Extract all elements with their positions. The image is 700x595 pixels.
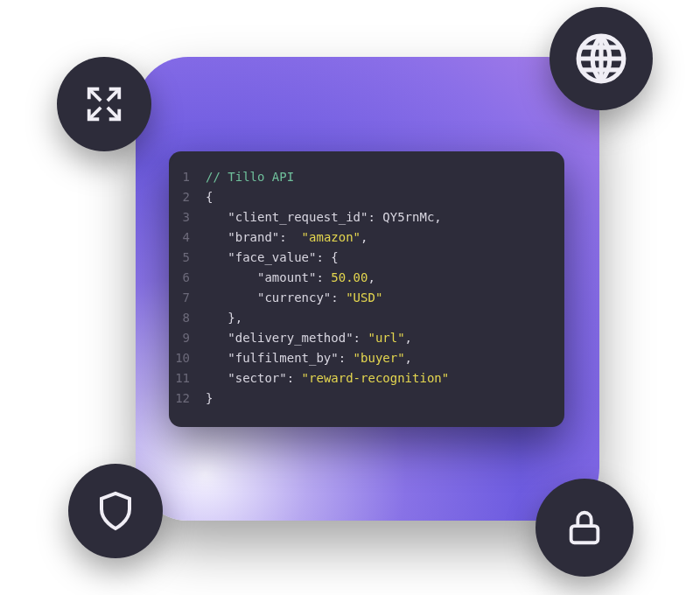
- code-content: "amount": 50.00,: [206, 268, 564, 288]
- globe-icon: [550, 7, 653, 110]
- svg-line-3: [89, 89, 101, 101]
- line-number: 8: [169, 308, 206, 328]
- code-content: "client_request_id": QY5rnMc,: [206, 207, 564, 228]
- code-line: 4 "brand": "amazon",: [169, 228, 564, 248]
- line-number: 9: [169, 328, 206, 348]
- code-content: "brand": "amazon",: [206, 228, 564, 248]
- code-line: 12}: [169, 388, 564, 409]
- code-content: "currency": "USD": [206, 288, 564, 308]
- code-content: "fulfilment_by": "buyer",: [206, 348, 564, 368]
- line-number: 5: [169, 248, 206, 268]
- line-number: 10: [169, 348, 206, 368]
- lock-icon: [536, 479, 634, 577]
- shield-icon: [68, 464, 163, 558]
- code-content: "face_value": {: [206, 248, 564, 268]
- code-line: 5 "face_value": {: [169, 248, 564, 268]
- line-number: 6: [169, 268, 206, 288]
- line-number: 7: [169, 288, 206, 308]
- line-number: 12: [169, 388, 206, 409]
- code-snippet-window: 1// Tillo API2{3 "client_request_id": QY…: [169, 151, 564, 427]
- line-number: 2: [169, 187, 206, 207]
- svg-rect-9: [571, 526, 598, 542]
- code-content: "sector": "reward-recognition": [206, 368, 564, 388]
- svg-line-1: [89, 108, 101, 119]
- expand-icon: [57, 57, 151, 151]
- code-line: 2{: [169, 187, 564, 207]
- line-number: 4: [169, 228, 206, 248]
- code-line: 11 "sector": "reward-recognition": [169, 368, 564, 388]
- code-content: // Tillo API: [206, 167, 564, 187]
- code-content: {: [206, 187, 564, 207]
- line-number: 11: [169, 368, 206, 388]
- gradient-card: 1// Tillo API2{3 "client_request_id": QY…: [136, 57, 599, 521]
- code-content: },: [206, 308, 564, 328]
- code-line: 9 "delivery_method": "url",: [169, 328, 564, 348]
- code-line: 8 },: [169, 308, 564, 328]
- line-number: 1: [169, 167, 206, 187]
- code-content: }: [206, 388, 564, 409]
- svg-line-2: [108, 108, 119, 119]
- svg-line-0: [108, 89, 119, 101]
- code-line: 10 "fulfilment_by": "buyer",: [169, 348, 564, 368]
- code-line: 3 "client_request_id": QY5rnMc,: [169, 207, 564, 228]
- code-line: 7 "currency": "USD": [169, 288, 564, 308]
- code-line: 6 "amount": 50.00,: [169, 268, 564, 288]
- code-line: 1// Tillo API: [169, 167, 564, 187]
- line-number: 3: [169, 207, 206, 228]
- code-content: "delivery_method": "url",: [206, 328, 564, 348]
